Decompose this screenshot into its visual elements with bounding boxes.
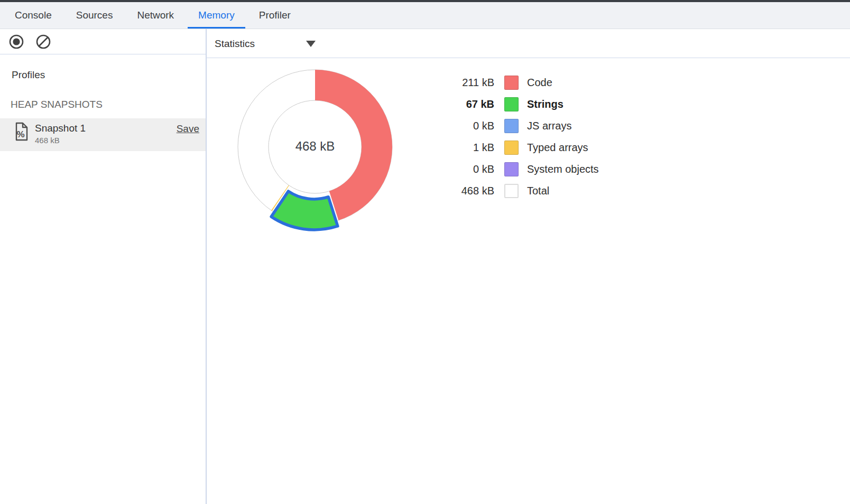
svg-text:%: % [16, 129, 24, 139]
legend-label: Typed arrays [527, 142, 588, 154]
chart-legend: 211 kBCode67 kBStrings0 kBJS arrays1 kBT… [418, 72, 599, 202]
legend-label: Total [527, 185, 549, 197]
profiles-heading: Profiles [12, 69, 45, 81]
caret-down-icon [306, 41, 316, 47]
legend-swatch [504, 76, 519, 90]
perspective-dropdown-value: Statistics [215, 38, 255, 50]
tab-console[interactable]: Console [4, 2, 62, 29]
tab-sources[interactable]: Sources [66, 2, 124, 29]
document-percent-icon: % [14, 122, 29, 141]
legend-swatch [504, 97, 519, 111]
legend-swatch [504, 162, 519, 176]
record-icon [8, 34, 24, 50]
legend-value: 0 kB [418, 163, 494, 175]
tab-network[interactable]: Network [126, 2, 184, 29]
legend-row-strings[interactable]: 67 kBStrings [418, 94, 599, 115]
legend-swatch [504, 184, 519, 198]
legend-value: 468 kB [418, 185, 494, 197]
legend-value: 1 kB [418, 142, 494, 154]
save-link[interactable]: Save [177, 123, 199, 135]
legend-row-js-arrays[interactable]: 0 kBJS arrays [418, 115, 599, 137]
legend-row-code[interactable]: 211 kBCode [418, 72, 599, 94]
snapshot-size: 468 kB [35, 136, 60, 145]
legend-label: System objects [527, 163, 599, 175]
legend-label: Strings [527, 98, 563, 110]
legend-value: 67 kB [418, 98, 494, 110]
legend-value: 0 kB [418, 120, 494, 132]
memory-view-toolbar: Statistics [207, 30, 850, 58]
heap-snapshots-section-heading: HEAP SNAPSHOTS [11, 99, 103, 110]
devtools-tab-bar: ConsoleSourcesNetworkMemoryProfiler [0, 2, 850, 29]
clear-profiles-button[interactable] [35, 34, 51, 50]
legend-swatch [504, 119, 519, 133]
perspective-dropdown[interactable]: Statistics [215, 38, 316, 50]
snapshot-title: Snapshot 1 [35, 123, 86, 134]
legend-value: 211 kB [418, 77, 494, 89]
snapshot-list-item[interactable]: % Snapshot 1 468 kB Save [0, 118, 206, 151]
legend-row-total[interactable]: 468 kBTotal [418, 180, 599, 202]
panel-divider[interactable] [206, 29, 207, 504]
legend-row-typed-arrays[interactable]: 1 kBTyped arrays [418, 137, 599, 158]
clear-icon [35, 34, 51, 50]
legend-label: JS arrays [527, 120, 571, 132]
tab-memory[interactable]: Memory [188, 2, 245, 29]
legend-row-system-objects[interactable]: 0 kBSystem objects [418, 158, 599, 180]
legend-label: Code [527, 77, 552, 89]
record-heap-snapshot-button[interactable] [8, 34, 24, 50]
donut-center-total: 468 kB [278, 139, 352, 154]
tab-profiler[interactable]: Profiler [248, 2, 301, 29]
legend-swatch [504, 141, 519, 155]
profiles-toolbar [0, 30, 206, 54]
